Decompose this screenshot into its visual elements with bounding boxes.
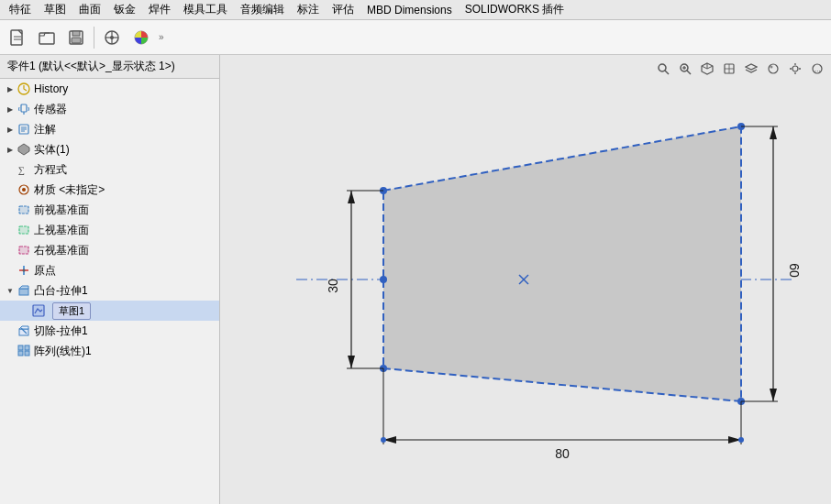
sensor-icon [17,102,31,116]
menu-mbd[interactable]: MBD Dimensions [361,2,458,18]
menu-solidworks-plugin[interactable]: SOLIDWORKS 插件 [460,0,571,19]
settings-view-btn[interactable] [785,59,805,79]
arrow-top-left [348,191,355,203]
tree-label-sensor: 传感器 [34,102,67,117]
tree-label-right-plane: 右视基准面 [34,243,89,258]
menu-weld[interactable]: 焊件 [143,0,176,19]
tree-label-top-plane: 上视基准面 [34,223,89,238]
tree-label-material: 材质 <未指定> [34,182,105,198]
tree-item-cut[interactable]: ▶ 切除-拉伸1 [0,321,219,341]
dim-label-30: 30 [326,279,340,293]
sketch1-icon [31,303,46,318]
menu-sketch[interactable]: 草图 [39,0,72,19]
tree-label-equation: 方程式 [34,162,67,178]
center-dot-left [380,276,387,283]
menu-evaluate[interactable]: 评估 [327,0,360,19]
toolbar: » [0,20,831,55]
dot-dim-left [381,437,386,443]
viewport[interactable]: ... [220,55,831,504]
toolbar-divider-1 [94,27,94,49]
svg-point-10 [110,36,114,39]
note-icon [17,122,31,137]
svg-rect-32 [19,329,28,335]
search-view-btn[interactable] [653,59,673,79]
tree-item-note[interactable]: ▶ 注解 [0,119,219,139]
svg-rect-24 [19,226,28,234]
solid-icon [17,142,31,157]
menu-mold[interactable]: 模具工具 [178,0,233,19]
arrow-history: ▶ [4,82,17,95]
tree-container[interactable]: ▶ History ▶ 传感器 ▶ 注解 [0,79,219,504]
toolbar-expand[interactable]: » [157,30,166,44]
open-button[interactable] [33,24,61,51]
sidebar-header: 零件1 (默认<<默认>_显示状态 1>) [0,55,219,79]
svg-point-22 [22,188,26,192]
main-area: 零件1 (默认<<默认>_显示状态 1>) ▶ History ▶ 传感器 [0,55,831,504]
svg-rect-38 [25,345,29,350]
tree-label-origin: 原点 [34,263,56,279]
tree-label-history: History [34,82,68,95]
svg-rect-31 [33,305,44,316]
tree-item-sketch1[interactable]: ▶ 草图1 [0,301,219,321]
svg-rect-5 [72,31,80,36]
svg-point-54 [792,66,798,71]
dim-label-60: 60 [787,263,802,278]
zoom-btn[interactable] [675,59,695,79]
tree-item-material[interactable]: ▶ 材质 <未指定> [0,180,219,200]
tree-item-front-plane[interactable]: ▶ 前视基准面 [0,200,219,220]
menu-surface[interactable]: 曲面 [73,0,106,19]
arrow-top-right [770,126,777,139]
tree-item-origin[interactable]: ▶ 原点 [0,260,219,280]
svg-rect-23 [19,206,28,214]
crosshair-button[interactable] [98,24,126,51]
menu-sheet-metal[interactable]: 钣金 [108,0,141,19]
svg-point-52 [769,64,778,73]
arrow-boss: ▼ [4,284,17,297]
svg-rect-37 [18,345,23,350]
tree-item-boss[interactable]: ▼ 凸台-拉伸1 [0,280,219,301]
dim-label-80: 80 [555,446,570,461]
menu-feature[interactable]: 特征 [4,0,37,19]
menu-bar: 特征 草图 曲面 钣金 焊件 模具工具 音频编辑 标注 评估 MBD Dimen… [0,0,831,20]
cube-btn[interactable] [697,59,717,79]
menu-annotation[interactable]: 标注 [292,0,325,19]
tree-item-right-plane[interactable]: ▶ 右视基准面 [0,240,219,260]
cut-icon [17,323,31,338]
tree-label-pattern: 阵列(线性)1 [34,344,92,359]
svg-marker-33 [19,326,28,329]
layers-view-btn[interactable] [741,59,761,79]
tree-item-top-plane[interactable]: ▶ 上视基准面 [0,220,219,240]
viewport-toolbar: ... [653,59,827,79]
sketch1-badge: 草图1 [52,302,91,320]
svg-line-47 [702,66,707,69]
arrow-bot-left [348,356,355,368]
top-plane-icon [17,223,31,237]
pattern-icon [17,344,31,358]
new-button[interactable] [4,24,31,51]
trapezoid-shape [383,126,741,401]
menu-audio[interactable]: 音频编辑 [235,0,290,19]
more-view-btn[interactable]: ... [807,59,827,79]
svg-text:...: ... [814,65,821,73]
tree-item-equation[interactable]: ▶ ∑ 方程式 [0,159,219,180]
front-plane-icon [17,203,31,217]
tree-label-boss: 凸台-拉伸1 [34,283,88,299]
tree-item-solid[interactable]: ▶ 实体(1) [0,139,219,159]
tree-item-sensor[interactable]: ▶ 传感器 [0,99,219,119]
tree-label-front-plane: 前视基准面 [34,203,89,218]
svg-line-40 [665,71,669,74]
arrow-sensor: ▶ [4,103,17,115]
tree-item-pattern[interactable]: ▶ 阵列(线性)1 [0,341,219,361]
save-button[interactable] [62,24,90,51]
display-btn[interactable] [763,59,783,79]
boss-icon [17,283,31,298]
origin-icon [17,263,31,278]
svg-point-53 [770,66,773,69]
color-button[interactable] [127,24,155,51]
view3d-btn[interactable] [719,59,739,79]
sidebar: 零件1 (默认<<默认>_显示状态 1>) ▶ History ▶ 传感器 [0,55,220,504]
tree-label-cut: 切除-拉伸1 [34,323,88,339]
tree-item-history[interactable]: ▶ History [0,79,219,99]
svg-rect-25 [19,247,28,254]
material-icon [17,182,31,197]
